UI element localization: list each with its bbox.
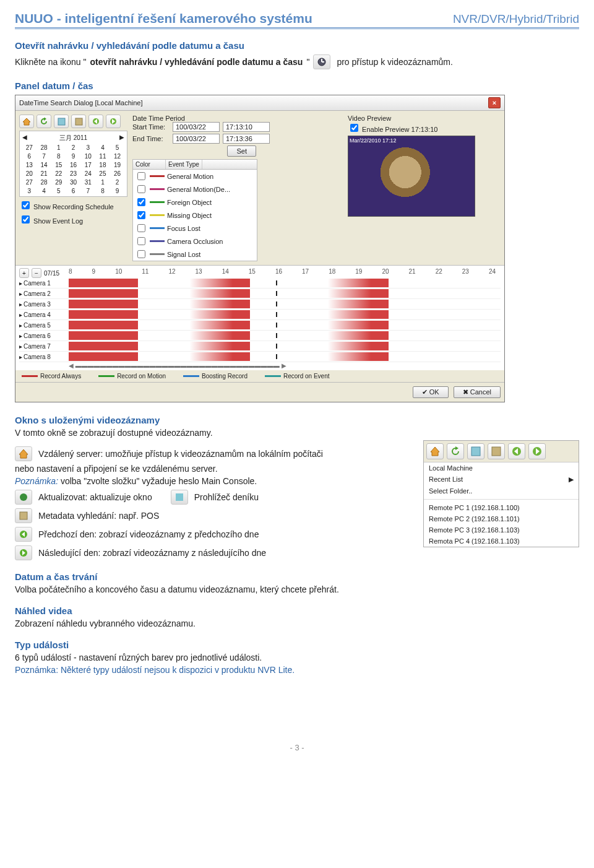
enable-preview-checkbox[interactable] [350, 124, 358, 132]
calendar-day[interactable]: 5 [51, 187, 66, 195]
expand-icon[interactable]: ▸ [19, 280, 22, 287]
search-metadata-icon[interactable] [488, 443, 505, 459]
start-date-input[interactable]: 100/03/22 [173, 122, 220, 132]
calendar-day[interactable]: 18 [96, 161, 110, 169]
calendar-day[interactable]: 20 [22, 170, 37, 178]
page-header: NUUO - inteligentní řešení kamerového sy… [15, 11, 579, 29]
next-day-icon[interactable] [106, 115, 121, 128]
menu-remote-4[interactable]: Remota PC 4 (192.168.1.103) [424, 536, 579, 547]
calendar-day[interactable]: 6 [22, 152, 37, 160]
cal-next-icon[interactable]: ▶ [119, 134, 124, 142]
calendar-day[interactable]: 27 [22, 144, 37, 152]
home-icon[interactable] [19, 115, 34, 128]
log-icon[interactable] [54, 115, 69, 128]
search-metadata-icon[interactable] [71, 115, 86, 128]
cancel-button[interactable]: ✖ Cancel [454, 386, 501, 398]
calendar-day[interactable]: 2 [66, 144, 80, 152]
calendar-day[interactable]: 7 [81, 187, 95, 195]
calendar-day[interactable]: 22 [51, 170, 66, 178]
calendar-day[interactable]: 25 [96, 170, 110, 178]
refresh-icon [15, 490, 32, 505]
expand-icon[interactable]: ▸ [19, 311, 22, 318]
expand-icon[interactable]: ▸ [19, 290, 22, 297]
show-eventlog-checkbox[interactable] [22, 215, 30, 224]
calendar-day[interactable]: 3 [81, 144, 95, 152]
calendar-day[interactable]: 1 [96, 178, 110, 186]
calendar-day[interactable]: 7 [37, 152, 51, 160]
calendar-day[interactable]: 13 [22, 161, 37, 169]
calendar-day[interactable]: 26 [110, 170, 124, 178]
event-checkbox[interactable] [137, 224, 145, 232]
calendar-day[interactable]: 6 [66, 187, 80, 195]
home-icon[interactable] [426, 443, 444, 459]
event-checkbox[interactable] [137, 198, 145, 206]
calendar-day[interactable]: 29 [51, 178, 66, 186]
calendar[interactable]: ◀ 三月 2011 ▶ 2728123456789101112131415161… [19, 131, 127, 197]
end-time-input[interactable]: 17:13:36 [223, 134, 270, 144]
start-time-input[interactable]: 17:13:10 [223, 122, 270, 132]
calendar-day[interactable]: 17 [81, 161, 95, 169]
next-day-icon [15, 545, 32, 560]
calendar-day[interactable]: 5 [110, 144, 124, 152]
close-icon[interactable]: × [488, 97, 501, 108]
calendar-day[interactable]: 15 [51, 161, 66, 169]
calendar-day[interactable]: 4 [96, 144, 110, 152]
expand-icon[interactable]: ▸ [19, 301, 22, 308]
timeline-camera-row: ▸Camera 3 [19, 299, 501, 310]
event-checkbox[interactable] [137, 185, 145, 193]
calendar-day[interactable]: 9 [66, 152, 80, 160]
calendar-day[interactable]: 16 [66, 161, 80, 169]
calendar-day[interactable]: 28 [37, 178, 51, 186]
prev-day-icon[interactable] [508, 443, 525, 459]
panel-title: Panel datum / čas [15, 80, 579, 91]
calendar-day[interactable]: 14 [37, 161, 51, 169]
next-day-icon[interactable] [528, 443, 546, 459]
expand-icon[interactable]: ▸ [19, 343, 22, 350]
show-schedule-checkbox[interactable] [22, 201, 30, 209]
set-button[interactable]: Set [227, 145, 256, 157]
expand-icon[interactable]: ▸ [19, 354, 22, 360]
expand-icon[interactable]: ▸ [19, 322, 22, 329]
menu-local-machine[interactable]: Local Machine [424, 462, 579, 474]
calendar-day[interactable]: 31 [81, 178, 95, 186]
zoom-in-icon[interactable]: + [19, 268, 29, 278]
timeline-hour: 12 [168, 268, 175, 278]
menu-remote-1[interactable]: Remote PC 1 (192.168.1.100) [424, 502, 579, 513]
event-checkbox[interactable] [137, 250, 145, 258]
cal-prev-icon[interactable]: ◀ [22, 134, 27, 142]
menu-remote-2[interactable]: Remote PC 2 (192.168.1.101) [424, 513, 579, 524]
calendar-day[interactable]: 1 [51, 144, 66, 152]
refresh-icon[interactable] [447, 443, 464, 459]
menu-remote-3[interactable]: Remote PC 3 (192.168.1.103) [424, 524, 579, 536]
calendar-day[interactable]: 9 [110, 187, 124, 195]
prev-day-icon[interactable] [88, 115, 103, 128]
calendar-day[interactable]: 21 [37, 170, 51, 178]
calendar-day[interactable]: 4 [37, 187, 51, 195]
calendar-day[interactable]: 23 [66, 170, 80, 178]
event-checkbox[interactable] [137, 172, 145, 180]
calendar-day[interactable]: 8 [51, 152, 66, 160]
refresh-icon[interactable] [37, 115, 51, 128]
calendar-day[interactable]: 24 [81, 170, 95, 178]
calendar-day[interactable]: 3 [22, 187, 37, 195]
menu-select-folder[interactable]: Select Folder.. [424, 485, 579, 497]
timeline-hour: 13 [196, 268, 202, 278]
event-checkbox[interactable] [137, 237, 145, 245]
timeline-camera-row: ▸Camera 1 [19, 278, 501, 289]
expand-icon[interactable]: ▸ [19, 332, 22, 339]
event-checkbox[interactable] [137, 211, 145, 219]
zoom-out-icon[interactable]: − [32, 268, 41, 278]
calendar-day[interactable]: 8 [96, 187, 110, 195]
end-date-input[interactable]: 100/03/22 [173, 134, 220, 144]
calendar-day[interactable]: 28 [37, 144, 51, 152]
calendar-day[interactable]: 30 [66, 178, 80, 186]
calendar-day[interactable]: 27 [22, 178, 37, 186]
calendar-day[interactable]: 12 [110, 152, 124, 160]
ok-button[interactable]: ✔ OK [413, 386, 449, 398]
log-icon[interactable] [467, 443, 484, 459]
calendar-day[interactable]: 19 [110, 161, 124, 169]
calendar-day[interactable]: 2 [110, 178, 124, 186]
calendar-day[interactable]: 10 [81, 152, 95, 160]
menu-recent-list[interactable]: Recent List▶ [424, 474, 579, 485]
calendar-day[interactable]: 11 [96, 152, 110, 160]
